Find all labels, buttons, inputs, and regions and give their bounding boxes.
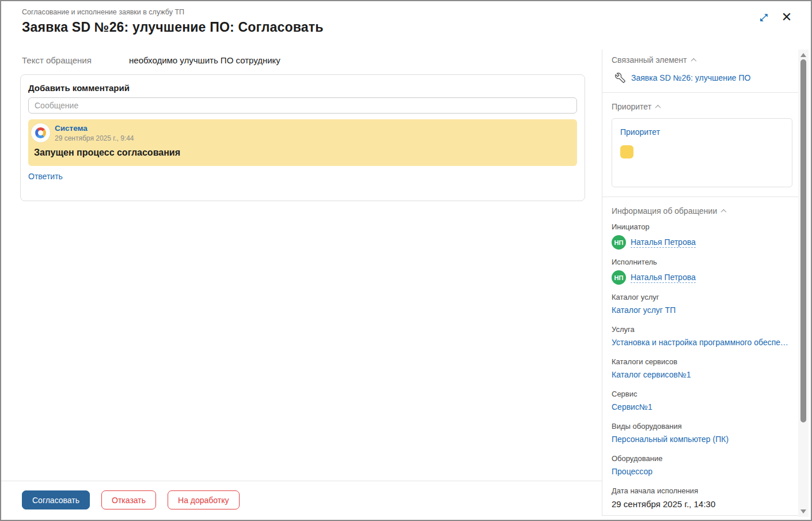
initiator-link[interactable]: Наталья Петрова [631, 237, 696, 248]
field-equipment-types: Виды оборудования Персональный компьютер… [612, 422, 792, 446]
service-catalog-link[interactable]: Каталог услуг ТП [612, 305, 676, 315]
equipment-type-link[interactable]: Персональный компьютер (ПК) [612, 435, 728, 444]
field-service: Услуга Установка и настройка программног… [612, 325, 792, 349]
field-assignee: Исполнитель НП Наталья Петрова [612, 258, 792, 285]
priority-section-title: Приоритет [612, 102, 651, 111]
field-equipment: Оборудование Процессор [612, 454, 792, 478]
approve-button[interactable]: Согласовать [22, 490, 90, 509]
reject-button[interactable]: Отказать [101, 490, 156, 509]
page-title: Заявка SD №26: улучшение ПО: Согласовать [22, 20, 324, 35]
scrollbar[interactable] [798, 50, 809, 517]
servis-link[interactable]: Сервис№1 [612, 402, 652, 411]
scrollbar-thumb[interactable] [800, 59, 806, 422]
system-logo-icon [35, 127, 46, 138]
linked-section-title: Связанный элемент [612, 55, 687, 65]
breadcrumb: Согласование и исполнение заявки в служб… [22, 8, 184, 16]
field-start-date: Дата начала исполнения 29 сентября 2025 … [612, 486, 792, 509]
message-timestamp: 29 сентября 2025 г., 9:44 [55, 134, 134, 142]
expand-icon[interactable] [757, 10, 771, 24]
approval-modal: Согласование и исполнение заявки в служб… [0, 0, 812, 521]
info-section-title: Информация об обращении [612, 206, 717, 216]
close-icon[interactable]: ✕ [780, 10, 794, 24]
equipment-link[interactable]: Процессор [612, 467, 652, 476]
field-service-catalog: Каталог услуг Каталог услуг ТП [612, 293, 792, 317]
priority-section-header[interactable]: Приоритет [612, 102, 792, 111]
priority-card: Приоритет [612, 118, 792, 187]
request-text-label: Текст обращения [22, 55, 129, 65]
chevron-up-icon [655, 104, 661, 110]
comments-card: Добавить комментарий Система 29 сентября… [20, 74, 585, 201]
assignee-link[interactable]: Наталья Петрова [631, 273, 696, 283]
info-section-header[interactable]: Информация об обращении [612, 206, 792, 216]
priority-link[interactable]: Приоритет [620, 127, 660, 137]
add-comment-label: Добавить комментарий [28, 83, 577, 93]
main-panel: Текст обращения необходимо улучшить ПО с… [1, 50, 602, 520]
request-text-value: необходимо улучшить ПО сотруднику [129, 55, 280, 65]
service-catalogs-link[interactable]: Каталог сервисов№1 [612, 370, 691, 379]
system-avatar [31, 123, 50, 142]
system-message: Система 29 сентября 2025 г., 9:44 Запуще… [28, 119, 577, 166]
reply-link[interactable]: Ответить [28, 172, 63, 181]
chevron-up-icon [721, 209, 727, 214]
message-text: Запущен процесс согласования [34, 148, 571, 158]
avatar: НП [612, 270, 626, 285]
scroll-down-icon[interactable] [800, 509, 806, 514]
comment-input[interactable] [28, 97, 577, 114]
scroll-up-icon[interactable] [800, 53, 806, 57]
linked-section-header[interactable]: Связанный элемент [612, 55, 792, 65]
field-service-catalogs: Каталоги сервисов Каталог сервисов№1 [612, 357, 792, 382]
priority-color-swatch[interactable] [620, 145, 633, 158]
open-in-full-icon [759, 13, 769, 22]
avatar: НП [612, 235, 626, 250]
service-link[interactable]: Установка и настройка программного обесп… [612, 338, 789, 347]
wrench-icon [615, 73, 625, 83]
sidebar: Связанный элемент Заявка SD №26: улучшен… [602, 50, 798, 516]
rework-button[interactable]: На доработку [168, 490, 240, 509]
footer-divider [1, 481, 602, 481]
field-initiator: Инициатор НП Наталья Петрова [612, 222, 792, 250]
start-date-value: 29 сентября 2025 г., 14:30 [612, 499, 792, 509]
field-servis: Сервис Сервис№1 [612, 390, 792, 414]
message-author: Система [55, 124, 134, 133]
chevron-up-icon [690, 58, 696, 63]
linked-item-link[interactable]: Заявка SD №26: улучшение ПО [631, 73, 750, 82]
